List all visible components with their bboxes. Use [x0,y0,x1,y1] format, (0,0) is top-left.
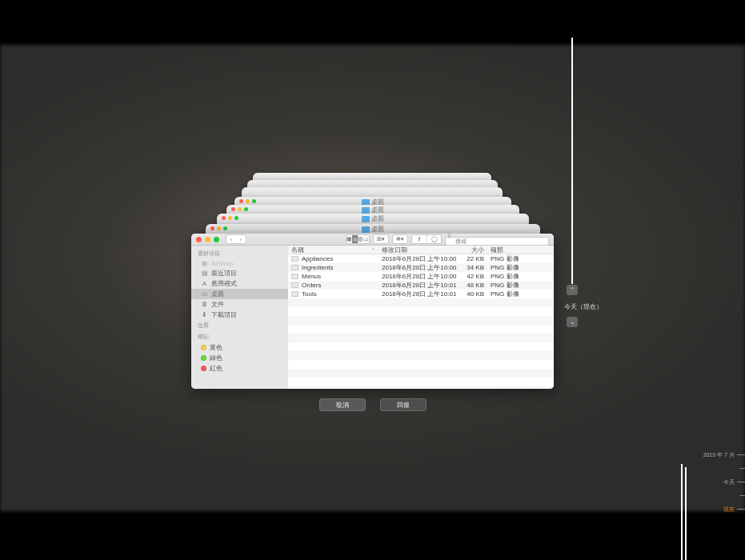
cancel-button[interactable]: 取消 [319,398,366,411]
close-button[interactable] [196,237,202,242]
sidebar-item-label: AirDrop [211,260,233,267]
clock-icon: ▤ [201,270,208,277]
sidebar-item-airdrop[interactable]: ◎AirDrop [191,259,288,268]
sidebar-item-recents[interactable]: ▤最近項目 [191,268,288,278]
timeline-tick-mark [740,495,745,496]
tag-yellow-icon [201,345,206,350]
timeline-current-label: 今天（現在） [564,302,603,311]
share-button[interactable]: ⇪ [412,235,427,243]
back-button[interactable]: ‹ [226,235,236,243]
view-columns-button[interactable]: ▥ [358,235,363,243]
nav-buttons: ‹ › [226,234,246,244]
sort-caret-icon: ⌃ [371,247,375,253]
sidebar-item-downloads[interactable]: ⬇下載項目 [191,310,288,320]
search-icon: ⚲ [447,234,451,239]
zoom-button[interactable] [214,237,219,242]
sidebar-item-desktop[interactable]: ▭桌面 [191,289,288,299]
table-row-empty [288,307,554,316]
timeline-label: 今天 [723,478,735,486]
timeline-label: 現在 [723,506,735,514]
sidebar-item-label: 紅色 [210,364,222,373]
sidebar-item-applications[interactable]: A應用程式 [191,278,288,289]
view-switcher: ▦ ≡ ▥ ▭ [346,234,370,244]
column-headers: 名稱⌃ 修改日期 大小 種類 [288,246,554,254]
timeline-tick-mark [740,468,745,469]
timeline-tick-mark [737,482,745,482]
timeline-tick[interactable]: 現在 [689,502,745,516]
forward-button[interactable]: › [236,235,246,243]
file-icon [291,291,298,297]
column-name[interactable]: 名稱⌃ [288,246,379,254]
table-row-empty [288,316,554,325]
airdrop-icon: ◎ [201,260,208,267]
sidebar-item-documents[interactable]: 🗎文件 [191,299,288,310]
table-row-empty [288,369,554,378]
table-row[interactable]: Appliances2018年6月28日 上午10:0022 KBPNG 影像 [288,254,554,263]
sidebar-header-locations: 位置 [191,320,288,331]
search-field-wrap: ⚲ [445,234,549,246]
apps-icon: A [201,280,208,287]
stacked-window-title: 桌面 [371,225,384,234]
arrange-button[interactable]: ⊞▾ [374,235,388,243]
timeline-tick-mark [737,509,745,510]
tag-green-icon [201,355,206,361]
column-size[interactable]: 大小 [456,246,487,254]
file-icon [291,282,298,288]
timeline-tick[interactable] [689,462,745,475]
tags-button[interactable]: ◯ [427,235,441,243]
timeline-tick-mark [737,454,745,455]
table-row[interactable]: Ingredients2018年6月28日 上午10:0034 KBPNG 影像 [288,263,554,272]
stacked-window-title: 桌面 [371,214,384,223]
search-input[interactable] [445,237,549,246]
file-icon [291,256,298,262]
sidebar-item-label: 桌面 [211,290,224,298]
annotation-line [681,464,683,560]
view-icons-button[interactable]: ▦ [346,235,352,243]
table-row-empty [288,325,554,334]
restore-button[interactable]: 回復 [380,398,427,411]
column-date[interactable]: 修改日期 [379,246,456,254]
documents-icon: 🗎 [201,301,208,308]
timeline-tick[interactable]: 今天 [689,475,745,489]
view-gallery-button[interactable]: ▭ [363,235,369,243]
table-row-empty [288,298,554,307]
table-row-empty [288,351,554,360]
backup-timeline[interactable]: 2019 年 7 月今天現在 [689,448,745,512]
sidebar-tag-green[interactable]: 綠色 [191,353,288,363]
sidebar-tag-yellow[interactable]: 黃色 [191,342,288,353]
sidebar-item-label: 最近項目 [211,269,237,278]
file-icon [291,274,298,279]
sidebar-tag-red[interactable]: 紅色 [191,363,288,374]
action-button[interactable]: ✻▾ [393,235,407,243]
table-row[interactable]: Tools2018年6月28日 上午10:0140 KBPNG 影像 [288,290,554,298]
sidebar-item-label: 黃色 [210,343,222,352]
table-row-empty [288,360,554,369]
file-rows: Appliances2018年6月28日 上午10:0022 KBPNG 影像I… [288,254,554,389]
window-body: 喜好項目 ◎AirDrop ▤最近項目 A應用程式 ▭桌面 🗎文件 ⬇下載項目 … [191,246,554,389]
table-row[interactable]: Menus2018年6月28日 上午10:0042 KBPNG 影像 [288,272,554,281]
file-icon [291,265,298,270]
finder-window: ‹ › ▦ ≡ ▥ ▭ ⊞▾ ✻▾ ⇪ ◯ ⚲ 喜好項目 ◎AirDrop ▤最… [191,234,554,389]
desktop-icon: ▭ [201,290,208,298]
annotation-line [685,467,687,560]
column-kind[interactable]: 種類 [487,246,554,254]
sidebar: 喜好項目 ◎AirDrop ▤最近項目 A應用程式 ▭桌面 🗎文件 ⬇下載項目 … [191,246,288,389]
table-row[interactable]: Orders2018年6月28日 上午10:0148 KBPNG 影像 [288,281,554,290]
tag-red-icon [201,366,206,371]
table-row-empty [288,334,554,342]
sidebar-item-label: 文件 [211,300,224,309]
timeline-down-button[interactable]: ⌄ [567,317,578,327]
toolbar: ‹ › ▦ ≡ ▥ ▭ ⊞▾ ✻▾ ⇪ ◯ ⚲ [191,234,554,246]
table-row-empty [288,378,554,386]
timeline-up-button[interactable]: ⌃ [567,285,578,295]
window-controls [196,237,219,242]
view-list-button[interactable]: ≡ [352,235,358,243]
timeline-tick[interactable] [689,489,745,502]
table-row-empty [288,342,554,351]
file-list: 名稱⌃ 修改日期 大小 種類 Appliances2018年6月28日 上午10… [288,246,554,389]
sidebar-header-favorites: 喜好項目 [191,248,288,259]
downloads-icon: ⬇ [201,311,208,318]
timeline-tick[interactable]: 2019 年 7 月 [689,448,745,462]
sidebar-item-label: 綠色 [210,354,222,362]
minimize-button[interactable] [205,237,210,242]
